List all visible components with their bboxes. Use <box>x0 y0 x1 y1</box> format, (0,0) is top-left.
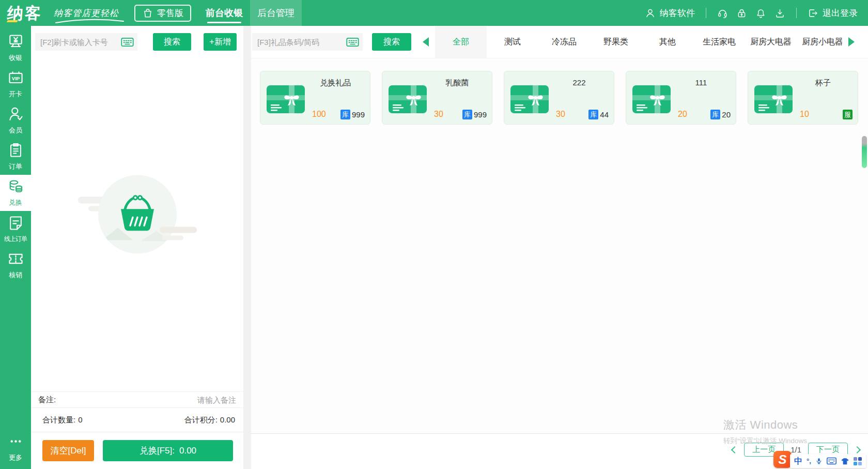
brand-slogan-text: 纳客管店更轻松 <box>54 8 119 18</box>
gift-panel: 搜索 全部测试冷冻品野果类其他生活家电厨房大电器厨房小电器 兑换礼品 100 库… <box>251 26 868 469</box>
order-icon <box>8 142 24 160</box>
sidebar-item-label: 开卡 <box>9 89 22 99</box>
download-icon[interactable] <box>774 8 785 19</box>
nav-tab-back-office[interactable]: 后台管理 <box>250 0 302 26</box>
stock-count: 20 <box>722 110 731 119</box>
keyboard-icon[interactable] <box>346 37 359 47</box>
sidebar-item-label: 线上订单 <box>4 235 27 244</box>
gift-stock: 库999 <box>462 110 487 119</box>
note-input[interactable] <box>56 396 236 404</box>
category-scroll-right[interactable] <box>842 26 861 58</box>
gift-card-icon <box>389 85 427 113</box>
exchange-button-amount: 0.00 <box>179 446 196 456</box>
page-first-icon[interactable] <box>731 446 738 453</box>
virtual-keyboard-icon[interactable] <box>827 457 836 465</box>
gift-topbar: 搜索 全部测试冷冻品野果类其他生活家电厨房大电器厨房小电器 <box>251 26 868 58</box>
stock-badge: 库 <box>340 110 350 119</box>
gift-points: 100 <box>312 110 326 119</box>
header-divider <box>796 8 797 18</box>
brand-slogan: 纳客管店更轻松 <box>54 7 119 19</box>
exchange-button[interactable]: 兑换[F5]: 0.00 <box>103 440 233 461</box>
category-tab-3[interactable]: 野果类 <box>590 26 642 58</box>
sidebar-item-exchange[interactable]: 兑换 <box>0 175 31 211</box>
gift-name: 111 <box>671 78 732 87</box>
note-label: 备注: <box>38 395 56 405</box>
category-tab-2[interactable]: 冷冻品 <box>538 26 590 58</box>
gift-stock: 库20 <box>710 110 731 119</box>
gift-card-icon <box>754 85 793 113</box>
ime-punctuation-toggle[interactable]: °, <box>807 458 811 464</box>
gift-name: 杯子 <box>793 78 854 88</box>
right-arrow-icon <box>848 37 855 47</box>
add-member-button[interactable]: +新增 <box>204 33 237 51</box>
note-row: 备注: <box>31 391 243 408</box>
gift-card[interactable]: 111 20 库20 <box>626 71 736 125</box>
gift-card[interactable]: 乳酸菌 30 库999 <box>382 71 492 125</box>
skin-icon[interactable] <box>841 458 849 465</box>
scrollbar-thumb[interactable] <box>862 136 867 168</box>
brand-logo: 纳客 <box>7 5 43 21</box>
cart-panel: 搜索 +新增 <box>31 26 243 469</box>
exchange-icon <box>8 178 24 196</box>
nav-tab-front-desk[interactable]: 前台收银 <box>198 0 250 26</box>
sidebar-item-online-order[interactable]: 线上订单 <box>0 211 31 247</box>
ime-toolbar: S 中 °, <box>773 451 866 468</box>
category-tab-6[interactable]: 厨房大电器 <box>745 26 797 58</box>
sidebar-item-verify[interactable]: 核销 <box>0 247 31 283</box>
member-search-row: 搜索 +新增 <box>31 26 243 51</box>
gift-card[interactable]: 222 30 库44 <box>504 71 614 125</box>
sidebar-item-member[interactable]: 会员 <box>0 102 31 139</box>
online-order-icon <box>8 215 24 233</box>
total-points-label: 合计积分: <box>184 415 218 424</box>
main-nav-tabs: 前台收银后台管理 <box>198 0 302 26</box>
ime-menu-icon[interactable] <box>854 457 862 465</box>
bell-icon[interactable] <box>755 8 766 19</box>
gift-card-icon <box>510 85 549 113</box>
cart-actions: 清空[Del] 兑换[F5]: 0.00 <box>31 432 243 469</box>
logout-button[interactable]: 退出登录 <box>808 7 858 19</box>
sidebar-item-order[interactable]: 订单 <box>0 139 31 175</box>
gift-name: 兑换礼品 <box>305 78 366 88</box>
total-quantity: 合计数量:0 <box>42 415 83 425</box>
headset-icon[interactable] <box>717 8 728 19</box>
ticket-icon <box>8 251 24 269</box>
category-tab-0[interactable]: 全部 <box>435 26 487 58</box>
gift-grid: 兑换礼品 100 库999 乳酸菌 30 库999 222 30 库44 111… <box>251 58 868 433</box>
service-badge: 服 <box>843 110 853 119</box>
member-search-button[interactable]: 搜索 <box>153 33 191 51</box>
account-name: 纳客软件 <box>660 7 695 19</box>
panel-divider <box>243 26 251 469</box>
sidebar-item-more[interactable]: 更多 <box>0 430 31 466</box>
gift-search-button[interactable]: 搜索 <box>372 33 411 51</box>
microphone-icon[interactable] <box>815 457 823 465</box>
account-menu[interactable]: 纳客软件 <box>645 7 695 19</box>
clear-button[interactable]: 清空[Del] <box>42 440 94 461</box>
sidebar-item-label: 兑换 <box>9 198 22 207</box>
vip-card-icon: VIP <box>8 70 24 88</box>
sidebar-item-label: 核销 <box>9 270 22 280</box>
more-icon <box>8 433 24 451</box>
category-tab-7[interactable]: 厨房小电器 <box>797 26 842 58</box>
keyboard-icon[interactable] <box>121 37 134 47</box>
category-tab-4[interactable]: 其他 <box>642 26 693 58</box>
top-header: 纳客 纳客管店更轻松 零售版 前台收银后台管理 纳客软件 <box>0 0 868 26</box>
sidebar-item-open-card[interactable]: VIP 开卡 <box>0 66 31 102</box>
sogou-input-icon[interactable]: S <box>773 451 792 468</box>
empty-cart-illustration <box>78 169 197 260</box>
slogan-underline <box>55 19 125 24</box>
total-quantity-value: 0 <box>78 415 82 424</box>
lock-icon[interactable] <box>736 8 747 19</box>
ime-language-toggle[interactable]: 中 <box>794 457 802 465</box>
sidebar-item-cashier[interactable]: 收银 <box>0 30 31 66</box>
ime-tools: 中 °, <box>790 454 866 468</box>
gift-card[interactable]: 杯子 10 服 <box>748 71 858 125</box>
category-scroll-left[interactable] <box>416 26 435 58</box>
gift-card-icon <box>632 85 671 113</box>
category-tab-1[interactable]: 测试 <box>487 26 538 58</box>
total-points: 合计积分:0.00 <box>184 415 235 425</box>
category-tab-5[interactable]: 生活家电 <box>693 26 745 58</box>
gift-card[interactable]: 兑换礼品 100 库999 <box>260 71 370 125</box>
empty-cart-area <box>31 51 243 391</box>
version-badge: 零售版 <box>134 5 191 22</box>
header-right: 纳客软件 退出登录 <box>645 7 868 19</box>
